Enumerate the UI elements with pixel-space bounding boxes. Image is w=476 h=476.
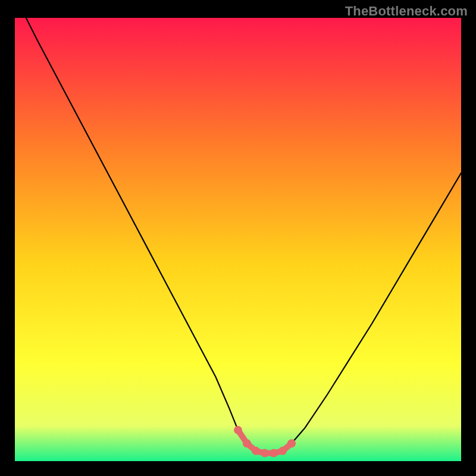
marker-dot [252,447,260,455]
gradient-background [15,18,461,461]
marker-dot [234,426,242,434]
attribution-text: TheBottleneck.com [345,4,468,19]
plot-area [15,18,461,461]
marker-dot [261,449,269,458]
chart-svg [15,18,461,461]
marker-dot [270,449,278,458]
marker-dot [287,439,296,447]
marker-dot [243,439,251,447]
chart-frame: TheBottleneck.com [0,0,476,476]
marker-dot [278,447,287,455]
